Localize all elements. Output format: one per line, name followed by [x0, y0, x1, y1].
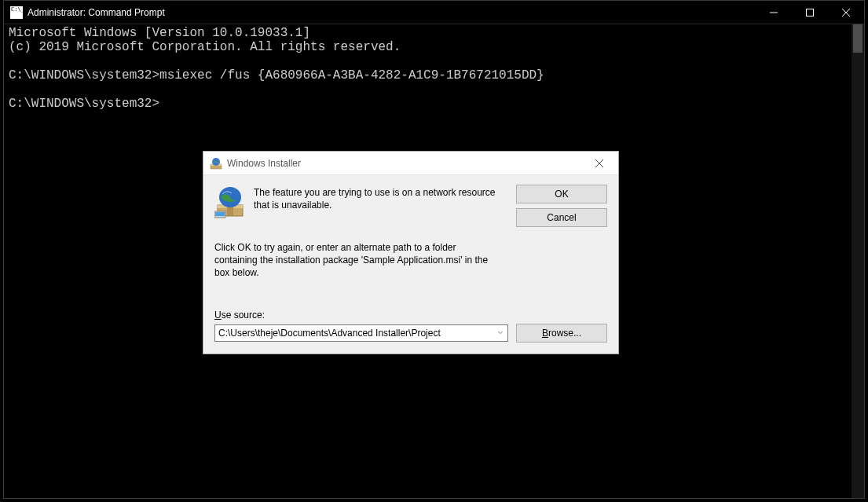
- dialog-title: Windows Installer: [227, 158, 584, 169]
- close-button[interactable]: [828, 1, 864, 24]
- windows-installer-dialog: Windows Installer The feature you are tr…: [203, 151, 619, 354]
- cancel-button[interactable]: Cancel: [516, 208, 607, 227]
- cmd-line: C:\WINDOWS\system32>: [9, 97, 159, 111]
- cmd-line: (c) 2019 Microsoft Corporation. All righ…: [9, 40, 401, 54]
- maximize-button[interactable]: [792, 1, 828, 24]
- browse-button[interactable]: Browse...: [516, 324, 607, 343]
- dialog-main-message: The feature you are trying to use is on …: [254, 185, 508, 211]
- cmd-titlebar[interactable]: Administrator: Command Prompt: [4, 1, 864, 24]
- cmd-line: C:\WINDOWS\system32>msiexec /fus {A68096…: [9, 68, 544, 82]
- svg-rect-1: [807, 9, 814, 16]
- source-path-combobox[interactable]: [214, 324, 508, 342]
- scrollbar[interactable]: [852, 24, 864, 498]
- dialog-instruction: Click OK to try again, or enter an alter…: [214, 241, 497, 280]
- dialog-titlebar[interactable]: Windows Installer: [203, 152, 618, 175]
- scrollbar-thumb[interactable]: [853, 24, 863, 53]
- cmd-line: Microsoft Windows [Version 10.0.19033.1]: [9, 26, 310, 40]
- ok-button[interactable]: OK: [516, 185, 607, 203]
- svg-rect-14: [215, 212, 225, 216]
- installer-large-icon: [214, 185, 246, 222]
- dialog-body: The feature you are trying to use is on …: [203, 175, 618, 354]
- cmd-title: Administrator: Command Prompt: [27, 7, 756, 18]
- dialog-close-button[interactable]: [584, 154, 615, 173]
- window-controls: [756, 1, 864, 24]
- minimize-button[interactable]: [756, 1, 792, 24]
- use-source-label: Use source:: [214, 310, 607, 321]
- dropdown-button[interactable]: [493, 325, 507, 341]
- source-path-input[interactable]: [215, 325, 493, 341]
- cmd-icon: [10, 6, 23, 19]
- installer-icon: [210, 157, 222, 170]
